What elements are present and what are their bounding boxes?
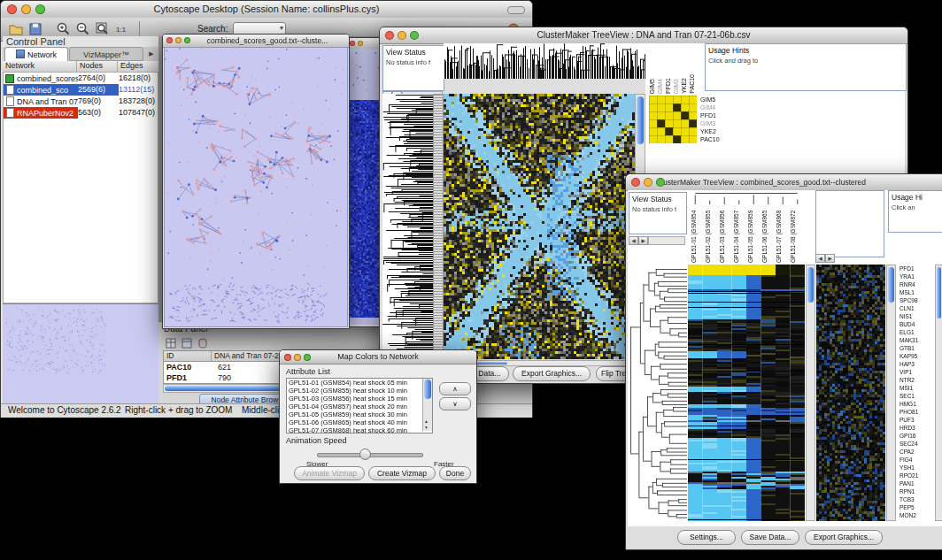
attribute-list-item[interactable]: GPL51-07 (GSM868) heat shock 60 min xyxy=(287,426,420,433)
main-title-bar[interactable]: Cytoscape Desktop (Session Name: collins… xyxy=(1,1,532,19)
minimize-icon[interactable] xyxy=(21,4,31,14)
attribute-listbox[interactable]: GPL51-01 (GSM854) heat shock 05 minGPL51… xyxy=(286,378,433,433)
maximize-icon[interactable] xyxy=(410,31,419,40)
gene-label[interactable]: YRA1 xyxy=(898,272,933,280)
window-title-bar[interactable]: ClusterMaker TreeView : DNA and Tran 07-… xyxy=(380,27,907,44)
gene-label[interactable]: PEP5 xyxy=(898,503,933,511)
tab-scroll-arrow[interactable]: ▶ xyxy=(145,47,158,61)
minimize-icon[interactable] xyxy=(358,41,363,46)
animation-speed-slider[interactable] xyxy=(359,449,371,460)
row-dendrogram-canvas[interactable] xyxy=(382,94,433,359)
attribute-list-item[interactable]: GPL51-04 (GSM857) heat shock 20 min xyxy=(287,403,420,410)
network-view-canvas[interactable] xyxy=(165,48,345,325)
gene-label[interactable]: CLN1 xyxy=(898,304,933,312)
animate-vizmap-button[interactable]: Animate Vizmap xyxy=(294,466,365,480)
attribute-list-item[interactable]: GPL51-02 (GSM855) heat shock 10 min xyxy=(287,387,420,395)
create-vizmap-button[interactable]: Create Vizmap xyxy=(368,466,436,480)
scroll-track[interactable] xyxy=(648,236,685,245)
gene-label[interactable]: MAK31 xyxy=(898,336,933,344)
dialog-title-bar[interactable]: Map Colors to Network xyxy=(280,350,476,364)
gene-label[interactable]: RPO21 xyxy=(898,472,933,479)
close-icon[interactable] xyxy=(385,31,394,40)
zoom-selected-icon[interactable]: 1:1 xyxy=(114,21,130,37)
gene-label[interactable]: PFD1 xyxy=(898,265,933,272)
open-session-icon[interactable] xyxy=(8,21,24,37)
gene-label[interactable]: SEC1 xyxy=(898,392,933,400)
tab-network[interactable]: Network xyxy=(4,47,68,61)
gene-label[interactable]: MSI1 xyxy=(898,384,933,392)
zoom-fit-icon[interactable] xyxy=(95,21,111,37)
gene-label[interactable]: PAN1 xyxy=(898,479,933,487)
network-overview-canvas[interactable] xyxy=(4,305,158,403)
gene-label[interactable]: RNR4 xyxy=(898,280,933,288)
close-icon[interactable] xyxy=(350,41,355,46)
gene-label[interactable]: RPN1 xyxy=(898,487,933,495)
gene-label[interactable]: PHO81 xyxy=(898,408,933,416)
gene-label[interactable]: NIS1 xyxy=(898,312,933,320)
settings-button[interactable]: Settings... xyxy=(677,530,736,545)
gene-label[interactable]: MSL1 xyxy=(898,288,933,296)
gene-label[interactable]: HRD3 xyxy=(898,424,933,432)
window-title-bar[interactable]: combined_scores_good.txt--cluste... xyxy=(163,35,349,48)
toolbar-toggle-pill[interactable] xyxy=(507,6,525,14)
table-row[interactable]: combined_scores 2764(0) 16218(0) xyxy=(4,73,158,84)
gene-label[interactable]: SEC24 xyxy=(898,440,933,448)
attribute-list-item[interactable]: GPL51-03 (GSM856) heat shock 15 min xyxy=(287,395,420,403)
attribute-list-item[interactable]: GPL51-05 (GSM859) heat shock 30 min xyxy=(287,410,420,418)
correlation-matrix-canvas[interactable] xyxy=(649,96,697,143)
close-icon[interactable] xyxy=(631,178,640,187)
attribute-list-item[interactable]: GPL51-01 (GSM854) heat shock 05 min xyxy=(287,379,420,387)
minimize-icon[interactable] xyxy=(294,354,301,361)
gene-label[interactable]: YSH1 xyxy=(898,464,933,472)
table-row-selected[interactable]: combined_sco 2569(6) 13112(15) xyxy=(4,84,158,96)
gene-label[interactable]: KAP95 xyxy=(898,352,933,360)
heatmap-canvas[interactable] xyxy=(444,94,635,359)
table-row[interactable]: DNA and Tran 07 769(0) 183728(0) xyxy=(4,96,158,107)
zoom-in-icon[interactable] xyxy=(56,21,72,37)
scroll-up-icon[interactable]: ▲ xyxy=(424,418,429,424)
export-graphics-button[interactable]: Export Graphics... xyxy=(513,366,591,381)
gene-label[interactable]: PUF3 xyxy=(898,416,933,424)
list-vscrollbar[interactable]: ▲ ▼ xyxy=(422,379,432,431)
close-icon[interactable] xyxy=(7,4,17,14)
close-icon[interactable] xyxy=(284,354,291,361)
gene-label[interactable]: BUD4 xyxy=(898,320,933,328)
column-dendrogram-canvas[interactable] xyxy=(688,190,805,204)
gene-label[interactable]: GTB1 xyxy=(898,344,933,352)
close-icon[interactable] xyxy=(166,37,173,43)
gene-labels-vscrollbar[interactable] xyxy=(935,265,942,521)
scroll-left-button[interactable]: ◀ xyxy=(629,236,638,245)
gene-label[interactable]: FIG4 xyxy=(898,456,933,464)
export-graphics-button[interactable]: Export Graphics... xyxy=(805,530,883,545)
window-title-bar[interactable]: ClusterMaker TreeView : combined_scores_… xyxy=(626,174,942,191)
secondary-heatmap-canvas[interactable] xyxy=(816,265,885,521)
save-session-icon[interactable] xyxy=(27,21,43,37)
done-button[interactable]: Done xyxy=(439,466,471,480)
scroll-right-button[interactable]: ▶ xyxy=(638,236,648,245)
scroll-down-icon[interactable]: ▼ xyxy=(424,425,429,430)
tab-vizmapper[interactable]: VizMapper™ xyxy=(69,47,143,61)
gene-label[interactable]: CPA2 xyxy=(898,448,933,456)
maximize-icon[interactable] xyxy=(35,4,45,14)
maximize-icon[interactable] xyxy=(184,37,190,43)
gene-label[interactable]: VIP1 xyxy=(898,368,933,376)
network-overview-panel[interactable] xyxy=(3,303,158,404)
gene-label[interactable]: HAP3 xyxy=(898,360,933,368)
minimize-icon[interactable] xyxy=(644,178,652,187)
maximize-icon[interactable] xyxy=(304,354,311,361)
heatmap-canvas[interactable] xyxy=(688,265,805,521)
heatmap-vscrollbar[interactable] xyxy=(806,265,815,521)
table-row-destroyed[interactable]: RNAPuberNov2 563(0) 107847(0) xyxy=(4,107,158,119)
minimize-icon[interactable] xyxy=(398,31,406,40)
gene-label[interactable]: MON2 xyxy=(898,511,933,519)
move-down-button[interactable]: ∨ xyxy=(439,397,471,410)
move-up-button[interactable]: ∧ xyxy=(439,382,471,395)
secondary-heatmap-vscrollbar[interactable] xyxy=(886,265,896,521)
gene-label[interactable]: GPI16 xyxy=(898,432,933,440)
attribute-list-item[interactable]: GPL51-06 (GSM865) heat shock 40 min xyxy=(287,418,420,426)
minimize-icon[interactable] xyxy=(175,37,181,43)
gene-label[interactable]: NTR2 xyxy=(898,376,933,384)
zoom-out-icon[interactable] xyxy=(75,21,91,37)
gene-label[interactable]: ELG1 xyxy=(898,328,933,336)
column-dendrogram-canvas[interactable] xyxy=(444,43,645,79)
